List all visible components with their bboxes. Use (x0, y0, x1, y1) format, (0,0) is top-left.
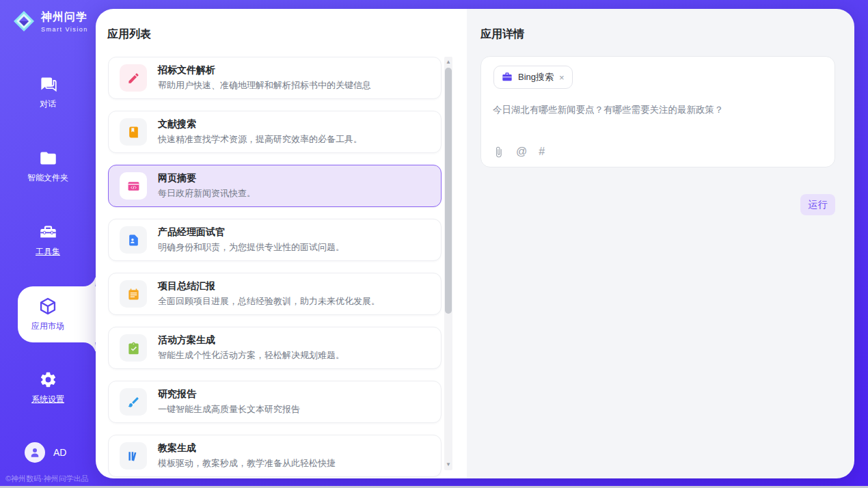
cube-icon (38, 297, 57, 316)
app-desc: 帮助用户快速、准确地理解和解析招标书中的关键信息 (158, 79, 371, 92)
app-desc: 模板驱动，教案秒成，教学准备从此轻松快捷 (158, 457, 336, 470)
app-title: 活动方案生成 (158, 334, 344, 347)
sidebar: 神州问学 Smart Vision 对话 智能文件夹 工具集 应用市场 (0, 0, 96, 488)
app-card-literature-search[interactable]: 文献搜索 快速精准查找学术资源，提高研究效率的必备工具。 (108, 111, 442, 153)
book-icon (120, 118, 147, 146)
person-icon (29, 446, 41, 459)
brush-icon (120, 388, 147, 416)
diamond-logo-icon (12, 10, 36, 33)
app-title: 项目总结汇报 (158, 280, 380, 293)
user-account[interactable]: AD (25, 442, 66, 463)
browser-code-icon (120, 172, 147, 200)
scrollbar-thumb[interactable] (445, 68, 452, 314)
app-title: 文献搜索 (158, 118, 362, 131)
sidebar-item-smart-folder[interactable]: 智能文件夹 (0, 149, 96, 184)
sidebar-item-label: 对话 (40, 98, 56, 110)
app-card-lesson-plan[interactable]: 教案生成 模板驱动，教案秒成，教学准备从此轻松快捷 (108, 435, 442, 477)
composer-toolbar: @ # (493, 146, 545, 158)
tool-tag-label: Bing搜索 (518, 71, 554, 83)
app-detail-title: 应用详情 (480, 27, 524, 42)
app-desc: 全面回顾项目进展，总结经验教训，助力未来优化发展。 (158, 295, 380, 308)
copyright-footer: ©神州数码·神州问学出品 (5, 474, 89, 484)
app-title: 网页摘要 (158, 172, 256, 185)
app-list-panel: 应用列表 招标文件解析 帮助用户快速、准确地理解和解析招标书中的关键信息 文献搜… (96, 9, 467, 478)
avatar (25, 442, 45, 463)
close-icon[interactable]: × (559, 73, 565, 82)
main-content: 应用列表 招标文件解析 帮助用户快速、准确地理解和解析招标书中的关键信息 文献搜… (96, 9, 854, 478)
sidebar-item-chat[interactable]: 对话 (0, 75, 96, 110)
app-card-research-report[interactable]: 研究报告 一键智能生成高质量长文本研究报告 (108, 381, 442, 423)
paperclip-icon[interactable] (493, 146, 504, 158)
run-button[interactable]: 运行 (800, 194, 835, 215)
app-desc: 快速精准查找学术资源，提高研究效率的必备工具。 (158, 133, 362, 146)
toolbox-icon (39, 223, 57, 241)
prompt-input-card[interactable]: Bing搜索 × 今日湖北有哪些新闻要点？有哪些需要关注的最新政策？ @ # (480, 56, 835, 167)
user-name: AD (53, 447, 66, 458)
app-desc: 明确身份和职责，为您提供专业性的面试问题。 (158, 241, 344, 254)
chat-icon (39, 75, 57, 94)
app-desc: 智能生成个性化活动方案，轻松解决规划难题。 (158, 349, 344, 362)
gear-icon (39, 370, 57, 389)
brand-subtitle: Smart Vision (41, 26, 88, 33)
app-list-title: 应用列表 (107, 27, 151, 42)
mention-icon[interactable]: @ (516, 146, 527, 158)
app-desc: 每日政府新闻资讯快查。 (158, 187, 256, 200)
app-title: 产品经理面试官 (158, 226, 344, 239)
app-card-activity-plan[interactable]: 活动方案生成 智能生成个性化活动方案，轻松解决规划难题。 (108, 327, 442, 369)
brand-logo: 神州问学 Smart Vision (12, 10, 88, 33)
app-card-web-summary[interactable]: 网页摘要 每日政府新闻资讯快查。 (108, 165, 442, 207)
topic-icon[interactable]: # (539, 146, 545, 158)
app-card-project-summary[interactable]: 项目总结汇报 全面回顾项目进展，总结经验教训，助力未来优化发展。 (108, 273, 442, 315)
resume-icon (120, 226, 147, 254)
calendar-icon (120, 280, 147, 308)
clipboard-check-icon (120, 334, 147, 362)
edit-icon (120, 64, 147, 92)
list-scrollbar[interactable]: ▲ ▼ (444, 57, 452, 470)
app-detail-panel: 应用详情 Bing搜索 × 今日湖北有哪些新闻要点？有哪些需要关注的最新政策？ … (467, 9, 854, 478)
app-title: 教案生成 (158, 442, 336, 455)
scroll-down-icon[interactable]: ▼ (444, 461, 452, 469)
app-card-pm-interviewer[interactable]: 产品经理面试官 明确身份和职责，为您提供专业性的面试问题。 (108, 219, 442, 261)
books-icon (120, 442, 147, 470)
folder-icon (39, 149, 57, 167)
app-card-list: 招标文件解析 帮助用户快速、准确地理解和解析招标书中的关键信息 文献搜索 快速精… (108, 57, 442, 478)
brand-name: 神州问学 (41, 10, 88, 25)
app-title: 研究报告 (158, 388, 300, 401)
sidebar-item-label: 应用市场 (31, 321, 64, 332)
app-title: 招标文件解析 (158, 64, 371, 77)
sidebar-item-toolset[interactable]: 工具集 (0, 223, 96, 258)
sidebar-item-label: 工具集 (36, 246, 60, 258)
app-card-bid-analysis[interactable]: 招标文件解析 帮助用户快速、准确地理解和解析招标书中的关键信息 (108, 57, 442, 99)
briefcase-icon (502, 72, 513, 83)
sidebar-item-app-market[interactable]: 应用市场 (0, 297, 96, 332)
sidebar-item-settings[interactable]: 系统设置 (0, 370, 96, 405)
tool-tag-bing-search[interactable]: Bing搜索 × (493, 66, 573, 89)
sidebar-item-label: 智能文件夹 (27, 172, 68, 184)
sidebar-item-label: 系统设置 (31, 394, 64, 405)
query-input[interactable]: 今日湖北有哪些新闻要点？有哪些需要关注的最新政策？ (493, 104, 823, 116)
scroll-up-icon[interactable]: ▲ (444, 58, 452, 66)
app-desc: 一键智能生成高质量长文本研究报告 (158, 403, 300, 416)
